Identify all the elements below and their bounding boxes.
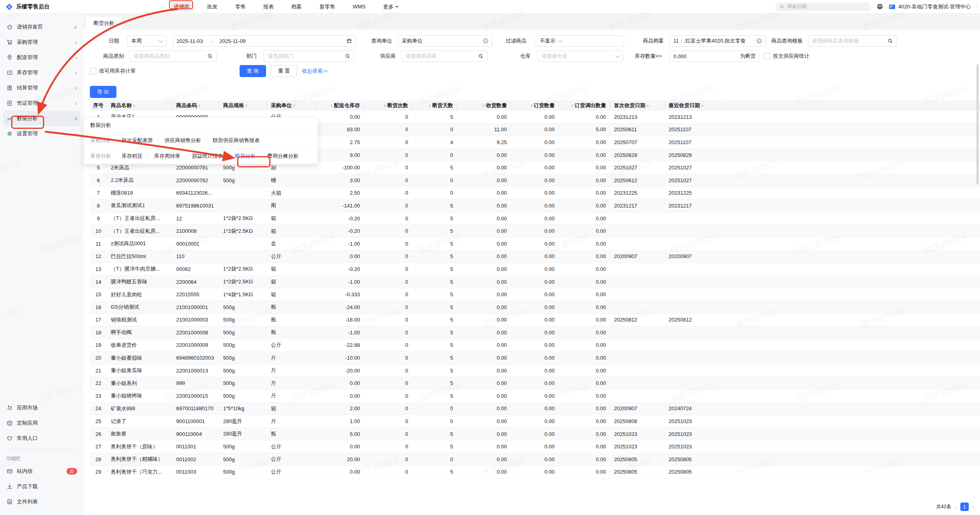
top-nav-wms[interactable]: WMS bbox=[349, 2, 369, 11]
menu-item-断货分析[interactable]: 断货分析 bbox=[235, 153, 256, 160]
col-header-order[interactable]: 订货数量 bbox=[511, 100, 559, 111]
sidebar-item-设置管理[interactable]: 设置管理› bbox=[0, 126, 83, 141]
table-row[interactable]: 26敌敌畏900110004280毫升瓶5.00050.000.000.0020… bbox=[90, 428, 980, 441]
table-row[interactable]: 62.2米床品22000000782500g桶3.00000.000.000.0… bbox=[90, 174, 980, 187]
col-header-days[interactable]: 断货天数 bbox=[412, 100, 457, 111]
table-row[interactable]: 15好好儿童肉松220155551*4袋*1.5KG箱-0.333050.000… bbox=[90, 288, 980, 301]
goods-archive-input[interactable]: 11：:红富士苹果4020,批次零食✕ bbox=[669, 35, 766, 47]
goods-template-input[interactable]: 请选择商品查询模板 bbox=[808, 35, 897, 47]
sidebar-item-进销存首页[interactable]: 进销存首页« bbox=[0, 19, 83, 35]
col-header-transfer[interactable]: 订货调出数量 bbox=[559, 100, 610, 111]
table-row[interactable]: 21董小姐黄瓜味22001000013500g斤-20.00050.000.00… bbox=[90, 364, 980, 377]
table-row[interactable]: 25记录了9001100001280毫升斤1.00000.000.000.002… bbox=[90, 415, 980, 428]
menu-item-库存积压[interactable]: 库存积压 bbox=[122, 153, 142, 160]
collapse-icon[interactable]: « bbox=[74, 24, 77, 30]
main-supplier-checkbox[interactable] bbox=[764, 53, 770, 59]
col-header-spec[interactable]: 商品规格 bbox=[219, 100, 267, 111]
sidebar-item-站内信[interactable]: 站内信32 bbox=[0, 464, 83, 479]
top-nav-lingshou[interactable]: 零售 bbox=[232, 2, 249, 12]
sidebar-item-应用市场[interactable]: 应用市场 bbox=[0, 400, 83, 415]
col-header-stock[interactable]: 配送仓库存 bbox=[316, 100, 364, 111]
query-unit-input[interactable]: 采购单位✕ bbox=[398, 35, 492, 47]
sidebar-item-采购管理[interactable]: 采购管理› bbox=[0, 35, 83, 50]
dept-input[interactable]: 请选择部门 bbox=[264, 51, 354, 62]
dropdown-groups: 采购分析批次采配差异供应商销售分析联营供应商销售报表库存分析库存积压库存周转率损… bbox=[84, 132, 317, 164]
sidebar-item-库存管理[interactable]: 库存管理› bbox=[0, 65, 83, 80]
cell-unit: 桶 bbox=[267, 177, 316, 184]
table-row[interactable]: 20董小姐番茄味6948960102003500g斤-10.00050.000.… bbox=[90, 352, 980, 364]
col-header-last[interactable]: 最近收货日期 bbox=[665, 100, 722, 111]
org-switcher[interactable]: 4020-喜临门零食测试-管理中心 bbox=[889, 3, 971, 10]
top-nav-more[interactable]: 更多 bbox=[380, 2, 402, 12]
table-row[interactable]: 18啊手动阀22001000008500g瓶-1.00050.000.000.0… bbox=[90, 326, 980, 339]
table-row[interactable]: 7榴莲081969341123026...大箱2.50000.000.000.0… bbox=[90, 187, 980, 200]
sidebar-item-常用入口[interactable]: 常用入口 bbox=[0, 431, 83, 446]
table-row[interactable]: 22董小姐系列999500g斤0.00050.000.000.00 bbox=[90, 377, 980, 390]
top-nav-dangan[interactable]: 档案 bbox=[288, 2, 305, 12]
date-range-input[interactable]: 2025-11-03 → 2025-11-09 bbox=[173, 35, 356, 47]
table-row[interactable]: 12巴拉巴拉500ml110公斤0.00050.000.000.00202009… bbox=[90, 250, 980, 263]
top-nav-pifa[interactable]: 批发 bbox=[203, 2, 221, 12]
table-row[interactable]: 16GS分销测试21001000001500g瓶-24.00050.000.00… bbox=[90, 301, 980, 314]
prev-page-button[interactable]: ‹ bbox=[955, 503, 957, 510]
sidebar-item-文件列表[interactable]: 文件列表 bbox=[0, 494, 83, 509]
warehouse-select[interactable]: 请选择仓库 bbox=[537, 51, 623, 62]
table-row[interactable]: 11z测试商品000100010001盒-1.00050.000.000.00 bbox=[90, 238, 980, 250]
menu-item-供应商销售分析[interactable]: 供应商销售分析 bbox=[165, 137, 201, 144]
sidebar-item-结算管理[interactable]: 结算管理› bbox=[0, 80, 83, 96]
search-button[interactable]: 查 询 bbox=[240, 65, 266, 77]
col-header-barcode[interactable]: 商品条码 bbox=[172, 100, 219, 111]
col-header-recv[interactable]: 收货数量 bbox=[457, 100, 511, 111]
stock-qty-input[interactable]: 0.000为断货 bbox=[669, 51, 760, 62]
brand[interactable]: 乐檬零售后台 bbox=[6, 0, 50, 13]
menu-item-损益统计报表[interactable]: 损益统计报表 bbox=[192, 153, 223, 160]
vertical-scrollbar[interactable] bbox=[976, 64, 979, 185]
date-preset-select[interactable]: 本周 bbox=[127, 35, 167, 47]
col-header-unit[interactable]: 采购单位 bbox=[267, 100, 316, 111]
sidebar-item-配送管理[interactable]: 配送管理› bbox=[0, 50, 83, 65]
table-row[interactable]: 29奥利奥饼干（巧克力...0011003500g公斤0.00050.000.0… bbox=[90, 466, 980, 479]
table-row[interactable]: 9（T）王者出征私房...121*2袋*2.5KG箱-0.20050.000.0… bbox=[90, 212, 980, 225]
sidebar-item-数据分析[interactable]: 数据分析› bbox=[3, 111, 80, 126]
export-button[interactable]: 导 出 bbox=[90, 86, 116, 98]
top-nav-jxc[interactable]: 进销存 bbox=[170, 2, 193, 12]
global-search-input[interactable]: 搜索功能 bbox=[775, 2, 871, 11]
clear-icon[interactable]: ✕ bbox=[756, 38, 762, 44]
table-row[interactable]: 14骥洋鸭翅五香味22000641*2袋*2.5KG箱-1.00050.000.… bbox=[90, 276, 980, 289]
filter-goods-select[interactable]: 不显示 bbox=[536, 35, 624, 47]
menu-item-批次采配差异[interactable]: 批次采配差异 bbox=[122, 137, 153, 144]
reset-button[interactable]: 重 置 bbox=[271, 65, 297, 77]
table-row[interactable]: 28奥利奥饼干（柑橘味）0011002500g公斤20.00000.000.00… bbox=[90, 453, 980, 466]
printer-icon[interactable] bbox=[876, 3, 883, 10]
top-nav-xinlingshou[interactable]: 新零售 bbox=[316, 2, 339, 12]
table-row[interactable]: 27奥利奥饼干（原味）0011001500g公斤0.00050.000.000.… bbox=[90, 440, 980, 453]
supplier-input[interactable]: 请选择供应商 bbox=[401, 51, 488, 62]
table-row[interactable]: 10（T）王者出征私房...21000081*2袋*2.5KG箱-0.20050… bbox=[90, 225, 980, 238]
table-row[interactable]: 13（T）骥洋牛肉豆腩...000621*2袋*2.5KG箱-0.20050.0… bbox=[90, 263, 980, 276]
available-stock-checkbox[interactable] bbox=[90, 68, 96, 74]
table-row[interactable]: 23董小姐烧烤味22001000015500g斤0.00050.000.000.… bbox=[90, 390, 980, 403]
clear-icon[interactable]: ✕ bbox=[483, 38, 488, 44]
table-row[interactable]: 24矿泉水88869700118801701*5*10kg箱2.00000.00… bbox=[90, 403, 980, 415]
menu-item-库存周转率[interactable]: 库存周转率 bbox=[154, 153, 180, 160]
sidebar-item-产品下载[interactable]: 产品下载 bbox=[0, 479, 83, 494]
page-number[interactable]: 1 bbox=[960, 503, 969, 511]
collapse-search-link[interactable]: 收起搜索 bbox=[302, 67, 327, 75]
menu-item-联营供应商销售报表[interactable]: 联营供应商销售报表 bbox=[213, 137, 260, 144]
dropdown-title: 数据分析 bbox=[84, 118, 317, 132]
col-header-times[interactable]: 断货次数 bbox=[364, 100, 412, 111]
tab-stockout-analysis[interactable]: 断货分析 bbox=[86, 17, 122, 30]
col-header-first[interactable]: 首次收货日期 bbox=[610, 100, 665, 111]
sidebar-item-定制应用[interactable]: 定制应用 bbox=[0, 415, 83, 431]
col-header-name[interactable]: 商品名称 bbox=[107, 100, 172, 111]
category-input[interactable]: 请选择商品类别 bbox=[129, 51, 217, 62]
next-page-button[interactable]: › bbox=[972, 503, 974, 510]
top-nav-baobiao[interactable]: 报表 bbox=[260, 2, 277, 12]
table-row[interactable]: 19收单进货价22001000009500g公斤-22.88050.000.00… bbox=[90, 339, 980, 352]
table-row[interactable]: 8黄瓜测试测试16975198610031阁-141.00050.000.000… bbox=[90, 199, 980, 212]
table-row[interactable]: 17销项税测试21001000003500g瓶-18.00050.000.000… bbox=[90, 314, 980, 327]
menu-item-费用分摊分析[interactable]: 费用分摊分析 bbox=[267, 153, 299, 160]
query-unit-label: 查询单位 bbox=[356, 37, 395, 45]
cell-transfer: 0.00 bbox=[559, 216, 610, 222]
sidebar-item-凭证管理[interactable]: 凭证管理› bbox=[0, 96, 83, 111]
